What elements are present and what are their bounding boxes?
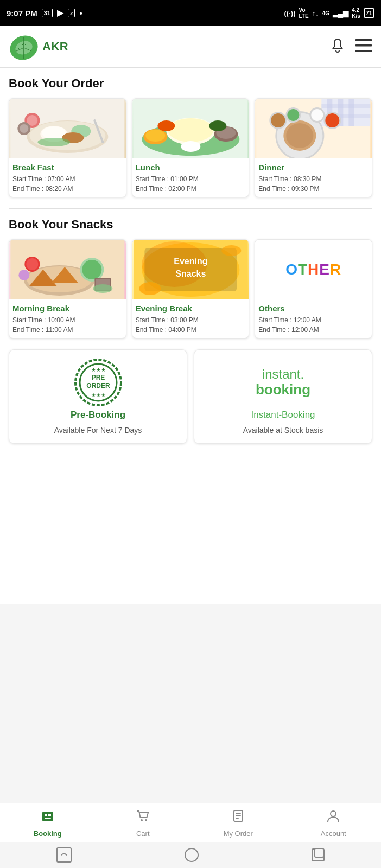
header-icons bbox=[329, 37, 372, 56]
svg-point-85 bbox=[141, 819, 143, 821]
battery-icon: 71 bbox=[364, 8, 374, 18]
svg-point-91 bbox=[331, 811, 336, 816]
cart-nav-icon bbox=[135, 808, 150, 827]
svg-rect-82 bbox=[45, 814, 47, 816]
others-start-time: Start Time : 12:00 AM bbox=[258, 315, 369, 325]
svg-point-86 bbox=[145, 819, 147, 821]
my-order-nav-icon bbox=[231, 808, 246, 827]
nav-booking[interactable]: Booking bbox=[0, 804, 96, 842]
dinner-card[interactable]: Dinner Start Time : 08:30 PM End Time : … bbox=[255, 98, 372, 197]
pre-booking-title: Pre-Booking bbox=[71, 410, 125, 420]
lunch-start-time: Start Time : 01:00 PM bbox=[136, 174, 246, 184]
instant-line2: booking bbox=[256, 382, 310, 398]
pre-booking-icon: ★★★ ★★★ PRE ORDER bbox=[77, 361, 120, 404]
svg-rect-8 bbox=[355, 44, 372, 47]
speed-icon: 4.2K/s bbox=[352, 7, 360, 19]
nav-cart[interactable]: Cart bbox=[96, 804, 191, 842]
morning-break-card-body: Morning Break Start Time : 10:00 AM End … bbox=[9, 299, 126, 338]
svg-rect-39 bbox=[322, 104, 371, 108]
svg-point-60 bbox=[82, 260, 101, 279]
svg-point-66 bbox=[93, 284, 112, 293]
breakfast-card[interactable]: Break Fast Start Time : 07:00 AM End Tim… bbox=[9, 98, 126, 197]
instant-booking-title: Instant-Booking bbox=[251, 410, 315, 420]
svg-point-65 bbox=[18, 270, 29, 280]
others-image: OTHER bbox=[255, 240, 372, 299]
meal-cards-grid: Break Fast Start Time : 07:00 AM End Tim… bbox=[9, 98, 372, 197]
back-button[interactable] bbox=[56, 847, 72, 863]
other-letter-h: H bbox=[308, 261, 319, 278]
status-time: 9:07 PM bbox=[7, 9, 37, 18]
evening-break-start-time: Start Time : 03:00 PM bbox=[136, 315, 246, 325]
svg-rect-90 bbox=[236, 818, 239, 819]
dinner-end-time: End Time : 09:30 PM bbox=[258, 184, 369, 194]
signal-bars: ▂▄▆ bbox=[333, 9, 348, 17]
dinner-image bbox=[255, 99, 372, 158]
evening-break-end-time: End Time : 04:00 PM bbox=[136, 325, 246, 335]
svg-text:PRE: PRE bbox=[91, 374, 105, 381]
lunch-title: Lunch bbox=[136, 163, 246, 172]
wifi-icon: ((·)) bbox=[284, 9, 296, 17]
morning-break-title: Morning Break bbox=[12, 304, 123, 313]
dinner-card-body: Dinner Start Time : 08:30 PM End Time : … bbox=[255, 158, 372, 197]
logo-text: AKR bbox=[42, 40, 68, 54]
morning-break-image bbox=[9, 240, 126, 299]
my-order-nav-label: My Order bbox=[224, 829, 253, 838]
svg-rect-84 bbox=[45, 818, 51, 819]
lunch-card[interactable]: Lunch Start Time : 01:00 PM End Time : 0… bbox=[132, 98, 250, 197]
svg-point-22 bbox=[20, 124, 28, 133]
others-card[interactable]: OTHER Others Start Time : 12:00 AM End T… bbox=[255, 239, 372, 339]
instant-booking-logo: instant. booking bbox=[256, 367, 310, 398]
breakfast-card-body: Break Fast Start Time : 07:00 AM End Tim… bbox=[9, 158, 126, 197]
other-letter-e: E bbox=[319, 261, 330, 278]
svg-point-64 bbox=[26, 258, 38, 270]
morning-break-card[interactable]: Morning Break Start Time : 10:00 AM End … bbox=[9, 239, 126, 339]
empty-space bbox=[9, 444, 372, 596]
section-divider bbox=[9, 208, 372, 209]
svg-rect-89 bbox=[236, 815, 241, 816]
svg-point-31 bbox=[181, 141, 200, 152]
hamburger-menu-icon[interactable] bbox=[355, 39, 372, 54]
svg-point-52 bbox=[326, 113, 340, 127]
nav-account[interactable]: Account bbox=[286, 804, 382, 842]
lunch-card-body: Lunch Start Time : 01:00 PM End Time : 0… bbox=[132, 158, 249, 197]
status-right: ((·)) VoLTE ↑↓ 4G ▂▄▆ 4.2K/s 71 bbox=[284, 7, 374, 19]
app-header: AKR bbox=[0, 26, 381, 68]
recents-button[interactable] bbox=[312, 848, 325, 861]
home-button[interactable] bbox=[185, 848, 199, 862]
bell-icon[interactable] bbox=[329, 37, 346, 56]
booking-nav-label: Booking bbox=[34, 829, 62, 838]
others-end-time: End Time : 12:00 AM bbox=[258, 325, 369, 335]
booking-type-grid: ★★★ ★★★ PRE ORDER Pre-Booking Available … bbox=[9, 349, 372, 444]
svg-point-28 bbox=[145, 130, 165, 142]
svg-text:Snacks: Snacks bbox=[175, 269, 206, 278]
svg-text:★★★: ★★★ bbox=[91, 367, 105, 373]
main-content: Book Your Order bbox=[0, 68, 381, 604]
instant-booking-card[interactable]: instant. booking Instant-Booking Availab… bbox=[194, 349, 372, 444]
svg-rect-9 bbox=[355, 50, 372, 52]
status-bar: 9:07 PM 31 ▶ z • ((·)) VoLTE ↑↓ 4G ▂▄▆ 4… bbox=[0, 0, 381, 26]
svg-point-32 bbox=[157, 120, 175, 131]
logo-container: AKR bbox=[9, 33, 68, 61]
evening-break-card[interactable]: Evening Snacks Evening Break Start Time … bbox=[132, 239, 250, 339]
svg-point-73 bbox=[139, 282, 161, 295]
svg-text:★★★: ★★★ bbox=[91, 392, 105, 398]
svg-text:ORDER: ORDER bbox=[86, 382, 110, 390]
nav-my-order[interactable]: My Order bbox=[190, 804, 286, 842]
evening-break-title: Evening Break bbox=[136, 304, 246, 313]
svg-point-74 bbox=[221, 245, 241, 256]
account-nav-label: Account bbox=[321, 829, 346, 838]
booking-nav-icon bbox=[40, 808, 55, 827]
dot-icon: • bbox=[79, 9, 82, 18]
network-icon: 4G bbox=[322, 10, 329, 16]
status-left: 9:07 PM 31 ▶ z • bbox=[7, 8, 82, 18]
breakfast-title: Break Fast bbox=[12, 163, 123, 172]
pre-booking-card[interactable]: ★★★ ★★★ PRE ORDER Pre-Booking Available … bbox=[9, 349, 187, 444]
evening-break-image: Evening Snacks bbox=[132, 240, 249, 299]
svg-point-50 bbox=[312, 109, 323, 121]
breakfast-start-time: Start Time : 07:00 AM bbox=[12, 174, 123, 184]
svg-rect-7 bbox=[355, 39, 372, 41]
lunch-end-time: End Time : 02:00 PM bbox=[136, 184, 246, 194]
others-card-body: Others Start Time : 12:00 AM End Time : … bbox=[255, 299, 372, 338]
volte-icon: VoLTE bbox=[299, 7, 308, 19]
cart-nav-label: Cart bbox=[136, 829, 150, 838]
